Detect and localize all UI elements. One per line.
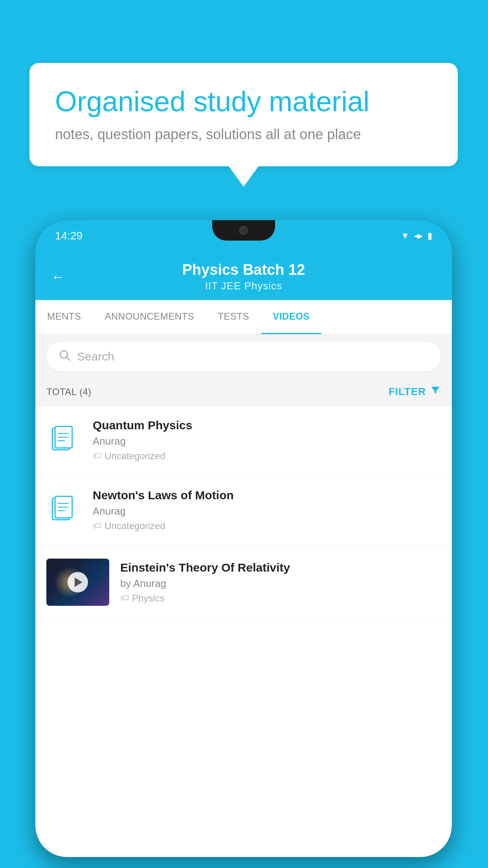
list-item[interactable]: Einstein's Theory Of Relativity by Anura… [35, 545, 452, 620]
play-button-3[interactable] [68, 572, 88, 592]
tab-announcements[interactable]: ANNOUNCEMENTS [93, 300, 206, 334]
status-time: 14:29 [55, 230, 83, 242]
video-list: Quantum Physics Anurag 🏷 Uncategorized [35, 405, 452, 620]
video-file-icon-1 [46, 423, 82, 458]
video-thumbnail-3 [46, 559, 109, 606]
tabs-bar: MENTS ANNOUNCEMENTS TESTS VIDEOS [35, 300, 452, 335]
video-file-icon-2 [46, 493, 82, 528]
status-bar: 14:29 ▼ ◂▸ ▮ [35, 220, 452, 252]
header-row: ← Physics Batch 12 IIT JEE Physics [51, 261, 436, 292]
bubble-title: Organised study material [55, 85, 432, 118]
filter-icon [430, 385, 441, 399]
video-title-2: Newton's Laws of Motion [93, 489, 441, 502]
video-title-1: Quantum Physics [93, 419, 441, 432]
app-header: ← Physics Batch 12 IIT JEE Physics [35, 252, 452, 300]
phone-frame: 14:29 ▼ ◂▸ ▮ ← Physics Batch 12 IIT JEE … [35, 220, 452, 857]
signal-icon: ◂▸ [414, 231, 423, 241]
video-info-1: Quantum Physics Anurag 🏷 Uncategorized [93, 419, 441, 462]
tab-ments[interactable]: MENTS [35, 300, 93, 334]
header-title: Physics Batch 12 [182, 261, 305, 278]
play-triangle-icon [75, 577, 83, 587]
tag-label-2: Uncategorized [105, 520, 165, 531]
video-tag-1: 🏷 Uncategorized [93, 451, 441, 462]
search-icon [58, 349, 71, 364]
search-input-wrap[interactable]: Search [46, 342, 441, 371]
tag-icon-2: 🏷 [93, 521, 101, 531]
tab-tests[interactable]: TESTS [206, 300, 261, 334]
filter-button[interactable]: FILTER [389, 385, 441, 399]
tag-label-1: Uncategorized [105, 451, 165, 462]
tab-videos[interactable]: VIDEOS [261, 300, 321, 334]
tag-label-3: Physics [132, 593, 165, 604]
video-tag-2: 🏷 Uncategorized [93, 520, 441, 531]
search-container: Search [35, 335, 452, 379]
search-input[interactable]: Search [77, 350, 114, 363]
list-item[interactable]: Quantum Physics Anurag 🏷 Uncategorized [35, 405, 452, 475]
video-author-2: Anurag [93, 505, 441, 517]
tag-icon-3: 🏷 [120, 593, 129, 603]
back-button[interactable]: ← [51, 268, 65, 285]
speech-bubble: Organised study material notes, question… [29, 63, 458, 166]
phone-screen: ← Physics Batch 12 IIT JEE Physics MENTS… [35, 252, 452, 857]
filter-row: TOTAL (4) FILTER [35, 379, 452, 405]
total-count: TOTAL (4) [46, 386, 92, 397]
video-title-3: Einstein's Theory Of Relativity [120, 561, 441, 574]
status-icons: ▼ ◂▸ ▮ [401, 231, 432, 241]
bubble-subtitle: notes, question papers, solutions all at… [55, 126, 432, 143]
tag-icon-1: 🏷 [93, 451, 101, 461]
svg-line-1 [66, 357, 70, 360]
list-item[interactable]: Newton's Laws of Motion Anurag 🏷 Uncateg… [35, 475, 452, 545]
battery-icon: ▮ [427, 231, 432, 241]
camera [239, 226, 248, 235]
phone-notch [212, 220, 275, 241]
header-subtitle: IIT JEE Physics [182, 280, 305, 292]
video-info-2: Newton's Laws of Motion Anurag 🏷 Uncateg… [93, 489, 441, 531]
wifi-icon: ▼ [401, 231, 409, 241]
filter-label: FILTER [389, 386, 426, 398]
video-author-1: Anurag [93, 435, 441, 447]
video-tag-3: 🏷 Physics [120, 593, 441, 604]
video-info-3: Einstein's Theory Of Relativity by Anura… [120, 561, 441, 604]
video-author-3: by Anurag [120, 577, 441, 590]
